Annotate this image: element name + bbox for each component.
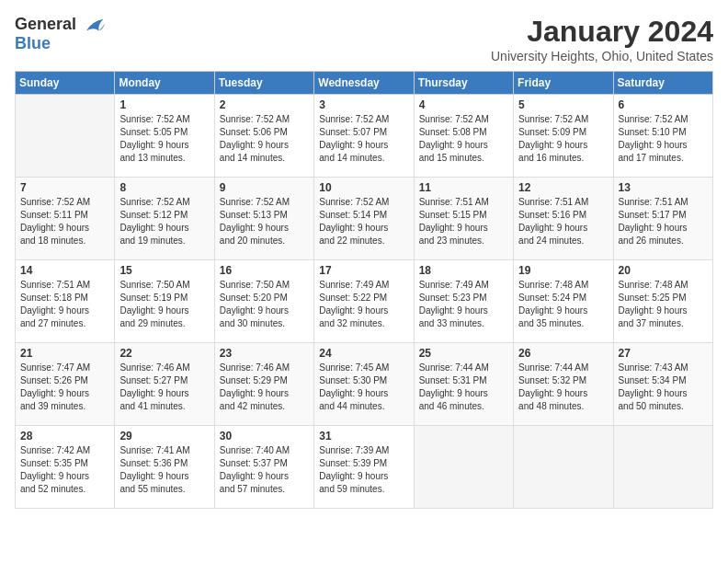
daylight-text-line2: and 29 minutes.: [119, 318, 185, 328]
calendar-week-5: 28Sunrise: 7:42 AMSunset: 5:35 PMDayligh…: [16, 426, 713, 509]
daylight-text-line1: Daylight: 9 hours: [619, 305, 688, 316]
day-info: Sunrise: 7:51 AMSunset: 5:15 PMDaylight:…: [419, 196, 508, 247]
day-info: Sunrise: 7:50 AMSunset: 5:20 PMDaylight:…: [220, 279, 309, 330]
day-number: 14: [20, 264, 109, 277]
daylight-text-line1: Daylight: 9 hours: [20, 471, 89, 481]
day-number: 30: [220, 430, 309, 442]
sunrise-text: Sunrise: 7:45 AM: [319, 362, 389, 373]
logo-blue: Blue: [15, 34, 51, 52]
daylight-text-line2: and 18 minutes.: [20, 236, 85, 246]
daylight-text-line1: Daylight: 9 hours: [20, 305, 89, 316]
sunset-text: Sunset: 5:25 PM: [619, 293, 687, 303]
calendar-cell: [613, 426, 712, 509]
sunrise-text: Sunrise: 7:49 AM: [419, 280, 489, 290]
day-info: Sunrise: 7:46 AMSunset: 5:29 PMDaylight:…: [220, 362, 309, 413]
daylight-text-line1: Daylight: 9 hours: [119, 140, 188, 150]
calendar-cell: 20Sunrise: 7:48 AMSunset: 5:25 PMDayligh…: [613, 260, 712, 343]
daylight-text-line1: Daylight: 9 hours: [119, 223, 188, 233]
daylight-text-line2: and 15 minutes.: [419, 153, 484, 163]
day-info: Sunrise: 7:52 AMSunset: 5:13 PMDaylight:…: [220, 196, 309, 247]
sunrise-text: Sunrise: 7:50 AM: [220, 280, 290, 290]
sunset-text: Sunset: 5:37 PM: [220, 458, 288, 468]
daylight-text-line2: and 24 minutes.: [518, 236, 584, 246]
calendar-week-3: 14Sunrise: 7:51 AMSunset: 5:18 PMDayligh…: [16, 260, 713, 343]
day-number: 25: [419, 347, 508, 360]
sunrise-text: Sunrise: 7:51 AM: [518, 197, 588, 207]
sunset-text: Sunset: 5:26 PM: [20, 375, 88, 385]
daylight-text-line2: and 26 minutes.: [619, 236, 684, 246]
calendar-cell: 1Sunrise: 7:52 AMSunset: 5:05 PMDaylight…: [115, 95, 214, 178]
sunrise-text: Sunrise: 7:41 AM: [119, 445, 189, 455]
calendar-cell: 27Sunrise: 7:43 AMSunset: 5:34 PMDayligh…: [613, 343, 712, 426]
sunset-text: Sunset: 5:24 PM: [518, 293, 586, 303]
sunset-text: Sunset: 5:22 PM: [319, 293, 387, 303]
sunrise-text: Sunrise: 7:51 AM: [20, 280, 90, 290]
sunrise-text: Sunrise: 7:49 AM: [319, 280, 389, 290]
calendar-cell: 21Sunrise: 7:47 AMSunset: 5:26 PMDayligh…: [16, 343, 115, 426]
day-number: 1: [119, 98, 209, 111]
sunrise-text: Sunrise: 7:48 AM: [518, 280, 588, 290]
sunrise-text: Sunrise: 7:52 AM: [220, 114, 290, 124]
day-info: Sunrise: 7:51 AMSunset: 5:17 PMDaylight:…: [619, 196, 708, 247]
daylight-text-line1: Daylight: 9 hours: [319, 305, 388, 316]
daylight-text-line2: and 33 minutes.: [419, 318, 484, 328]
day-info: Sunrise: 7:42 AMSunset: 5:35 PMDaylight:…: [20, 444, 109, 496]
daylight-text-line1: Daylight: 9 hours: [220, 140, 289, 150]
sunset-text: Sunset: 5:08 PM: [419, 127, 487, 137]
sunrise-text: Sunrise: 7:48 AM: [619, 280, 688, 290]
weekday-header-friday: Friday: [514, 72, 613, 95]
calendar-cell: 6Sunrise: 7:52 AMSunset: 5:10 PMDaylight…: [613, 95, 712, 178]
sunset-text: Sunset: 5:10 PM: [619, 127, 687, 137]
daylight-text-line1: Daylight: 9 hours: [220, 223, 289, 233]
calendar-cell: 24Sunrise: 7:45 AMSunset: 5:30 PMDayligh…: [314, 343, 414, 426]
sunset-text: Sunset: 5:29 PM: [220, 375, 288, 385]
logo-text: General Blue: [15, 15, 105, 53]
day-number: 22: [119, 347, 209, 360]
daylight-text-line1: Daylight: 9 hours: [220, 388, 289, 398]
calendar-cell: [16, 95, 115, 178]
sunrise-text: Sunrise: 7:52 AM: [319, 114, 389, 124]
daylight-text-line2: and 55 minutes.: [119, 484, 185, 494]
day-info: Sunrise: 7:48 AMSunset: 5:25 PMDaylight:…: [619, 279, 708, 330]
calendar-cell: 23Sunrise: 7:46 AMSunset: 5:29 PMDayligh…: [214, 343, 313, 426]
calendar-cell: 16Sunrise: 7:50 AMSunset: 5:20 PMDayligh…: [214, 260, 313, 343]
daylight-text-line2: and 46 minutes.: [419, 401, 484, 411]
daylight-text-line1: Daylight: 9 hours: [518, 223, 587, 233]
daylight-text-line2: and 42 minutes.: [220, 401, 285, 411]
day-number: 3: [319, 98, 408, 111]
day-number: 15: [119, 264, 209, 277]
daylight-text-line2: and 37 minutes.: [619, 318, 684, 328]
sunset-text: Sunset: 5:31 PM: [419, 375, 487, 385]
sunrise-text: Sunrise: 7:52 AM: [319, 197, 389, 207]
day-number: 20: [619, 264, 708, 277]
calendar-cell: 29Sunrise: 7:41 AMSunset: 5:36 PMDayligh…: [115, 426, 214, 509]
daylight-text-line1: Daylight: 9 hours: [20, 223, 89, 233]
daylight-text-line2: and 23 minutes.: [419, 236, 484, 246]
day-number: 17: [319, 264, 408, 277]
calendar-cell: 28Sunrise: 7:42 AMSunset: 5:35 PMDayligh…: [16, 426, 115, 509]
calendar-cell: 18Sunrise: 7:49 AMSunset: 5:23 PMDayligh…: [414, 260, 513, 343]
sunrise-text: Sunrise: 7:52 AM: [619, 114, 688, 124]
weekday-header-sunday: Sunday: [16, 72, 115, 95]
weekday-header-monday: Monday: [115, 72, 214, 95]
sunset-text: Sunset: 5:19 PM: [119, 293, 188, 303]
daylight-text-line1: Daylight: 9 hours: [419, 223, 488, 233]
day-info: Sunrise: 7:48 AMSunset: 5:24 PMDaylight:…: [518, 279, 608, 330]
sunset-text: Sunset: 5:05 PM: [119, 127, 188, 137]
title-area: January 2024 University Heights, Ohio, U…: [491, 15, 713, 63]
day-number: 29: [119, 430, 209, 442]
sunset-text: Sunset: 5:32 PM: [518, 375, 586, 385]
day-number: 19: [518, 264, 608, 277]
daylight-text-line1: Daylight: 9 hours: [319, 223, 388, 233]
weekday-header-tuesday: Tuesday: [214, 72, 313, 95]
sunset-text: Sunset: 5:35 PM: [20, 458, 88, 468]
sunrise-text: Sunrise: 7:46 AM: [220, 362, 290, 373]
calendar-cell: 15Sunrise: 7:50 AMSunset: 5:19 PMDayligh…: [115, 260, 214, 343]
day-number: 6: [619, 98, 708, 111]
day-info: Sunrise: 7:50 AMSunset: 5:19 PMDaylight:…: [119, 279, 209, 330]
sunset-text: Sunset: 5:07 PM: [319, 127, 387, 137]
day-number: 28: [20, 430, 109, 442]
calendar-cell: 4Sunrise: 7:52 AMSunset: 5:08 PMDaylight…: [414, 95, 513, 178]
day-info: Sunrise: 7:41 AMSunset: 5:36 PMDaylight:…: [119, 444, 209, 496]
sunrise-text: Sunrise: 7:52 AM: [419, 114, 489, 124]
